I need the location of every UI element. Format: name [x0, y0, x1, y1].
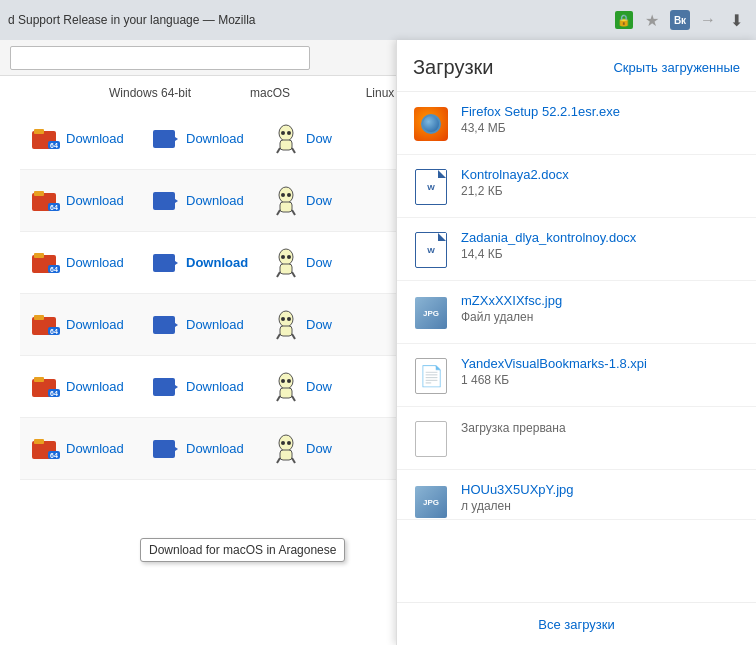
linux-download-link[interactable]: Dow [306, 379, 332, 394]
macos-icon [150, 123, 182, 155]
vk-icon[interactable]: Вк [668, 8, 692, 32]
macos-download-link[interactable]: Download [186, 255, 248, 270]
item-meta: 21,2 КБ [461, 184, 740, 198]
windows-icon: 64 [30, 309, 62, 341]
windows-cell: 64 Download [30, 433, 150, 465]
item-name[interactable]: mZXxXXIXfsc.jpg [461, 293, 740, 308]
svg-rect-40 [153, 316, 175, 334]
address-input[interactable] [10, 46, 310, 70]
windows-download-link[interactable]: Download [66, 193, 124, 208]
svg-line-10 [277, 148, 280, 153]
lock-icon[interactable]: 🔒 [612, 8, 636, 32]
windows-icon: 64 [30, 185, 62, 217]
svg-rect-25 [34, 253, 44, 258]
macos-cell: Download [150, 185, 270, 217]
svg-rect-49 [34, 377, 44, 382]
windows-download-link[interactable]: Download [66, 255, 124, 270]
all-downloads-section: Все загрузки [397, 602, 756, 645]
macos-cell: Download [150, 309, 270, 341]
item-name[interactable]: Zadania_dlya_kontrolnoy.docx [461, 230, 740, 245]
item-meta: Загрузка прервана [461, 421, 740, 435]
macos-cell: Download [150, 247, 270, 279]
linux-cell: Dow [270, 309, 390, 341]
macos-icon [150, 433, 182, 465]
col-header-windows: Windows 64-bit [90, 86, 210, 100]
svg-rect-45 [280, 326, 292, 336]
linux-download-link[interactable]: Dow [306, 317, 332, 332]
forward-icon[interactable]: → [696, 8, 720, 32]
macos-download-link[interactable]: Download [186, 441, 244, 456]
svg-line-46 [277, 334, 280, 339]
item-name[interactable]: YandexVisualBookmarks-1.8.xpi [461, 356, 740, 371]
item-meta: л удален [461, 499, 740, 513]
svg-rect-64 [153, 440, 175, 458]
linux-download-link[interactable]: Dow [306, 255, 332, 270]
linux-icon [270, 123, 302, 155]
macos-icon [150, 247, 182, 279]
hide-downloads-link[interactable]: Скрыть загруженные [613, 60, 740, 75]
download-toolbar-icon[interactable]: ⬇ [724, 8, 748, 32]
svg-point-43 [281, 317, 285, 321]
svg-line-70 [277, 458, 280, 463]
svg-point-56 [287, 379, 291, 383]
windows-cell: 64 Download [30, 309, 150, 341]
macos-icon [150, 371, 182, 403]
macos-icon [150, 309, 182, 341]
item-name[interactable]: Firefox Setup 52.2.1esr.exe [461, 104, 740, 119]
svg-rect-69 [280, 450, 292, 460]
windows-cell: 64 Download [30, 247, 150, 279]
linux-cell: Dow [270, 185, 390, 217]
download-tooltip: Download for macOS in Aragonese [140, 538, 345, 562]
windows-download-link[interactable]: Download [66, 317, 124, 332]
linux-icon [270, 371, 302, 403]
macos-download-link[interactable]: Download [186, 131, 244, 146]
windows-icon: 64 [30, 371, 62, 403]
svg-text:64: 64 [50, 266, 58, 273]
svg-rect-1 [34, 129, 44, 134]
item-name[interactable]: HOUu3X5UXpY.jpg [461, 482, 740, 497]
item-icon-jpg2: JPG [413, 484, 449, 520]
list-item: Загрузка прервана [397, 407, 756, 470]
windows-download-link[interactable]: Download [66, 379, 124, 394]
svg-line-22 [277, 210, 280, 215]
svg-line-59 [292, 396, 295, 401]
svg-line-34 [277, 272, 280, 277]
item-icon-docx: W [413, 169, 449, 205]
macos-download-link[interactable]: Download [186, 379, 244, 394]
svg-rect-57 [280, 388, 292, 398]
all-downloads-link[interactable]: Все загрузки [538, 617, 614, 632]
svg-rect-33 [280, 264, 292, 274]
svg-rect-61 [34, 439, 44, 444]
macos-cell: Download [150, 433, 270, 465]
svg-text:64: 64 [50, 328, 58, 335]
downloads-panel: Загрузки Скрыть загруженные Firefox Setu… [396, 40, 756, 645]
item-meta: 14,4 КБ [461, 247, 740, 261]
linux-download-link[interactable]: Dow [306, 441, 332, 456]
item-icon-firefox [413, 106, 449, 142]
linux-cell: Dow [270, 371, 390, 403]
list-item: 📄 YandexVisualBookmarks-1.8.xpi 1 468 КБ [397, 344, 756, 407]
svg-rect-13 [34, 191, 44, 196]
svg-line-23 [292, 210, 295, 215]
macos-download-link[interactable]: Download [186, 193, 244, 208]
linux-icon [270, 185, 302, 217]
windows-cell: 64 Download [30, 185, 150, 217]
svg-text:64: 64 [50, 142, 58, 149]
linux-download-link[interactable]: Dow [306, 131, 332, 146]
list-item: Firefox Setup 52.2.1esr.exe 43,4 МБ [397, 92, 756, 155]
svg-line-47 [292, 334, 295, 339]
windows-download-link[interactable]: Download [66, 441, 124, 456]
browser-title: d Support Release in your language — Moz… [8, 13, 608, 27]
item-name[interactable]: Kontrolnaya2.docx [461, 167, 740, 182]
linux-icon [270, 433, 302, 465]
panel-header: Загрузки Скрыть загруженные [397, 40, 756, 92]
macos-cell: Download [150, 123, 270, 155]
windows-icon: 64 [30, 247, 62, 279]
linux-download-link[interactable]: Dow [306, 193, 332, 208]
svg-point-55 [281, 379, 285, 383]
svg-point-44 [287, 317, 291, 321]
macos-download-link[interactable]: Download [186, 317, 244, 332]
windows-download-link[interactable]: Download [66, 131, 124, 146]
star-icon[interactable]: ★ [640, 8, 664, 32]
downloads-list: Firefox Setup 52.2.1esr.exe 43,4 МБ W Ko… [397, 92, 756, 602]
